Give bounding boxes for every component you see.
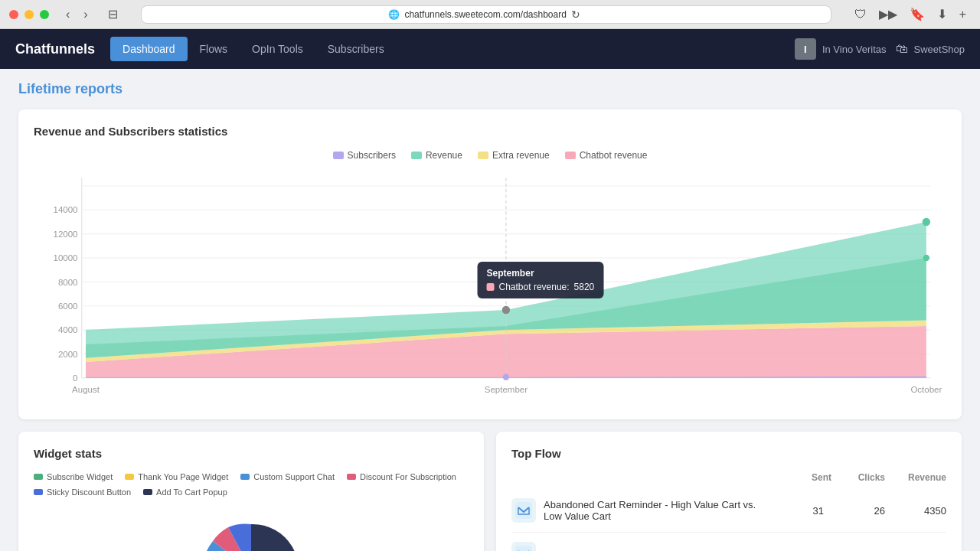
media-button[interactable]: ▶▶ xyxy=(874,5,902,23)
svg-text:October: October xyxy=(910,385,942,394)
legend-extra-revenue: Extra revenue xyxy=(478,150,550,161)
close-button[interactable] xyxy=(9,10,18,19)
wl-discount-sub-dot xyxy=(347,474,356,480)
nav-flows[interactable]: Flows xyxy=(188,37,240,61)
wl-sticky-dot xyxy=(34,489,43,495)
top-flow-card: Top Flow Sent Clicks Revenue Abandoned C… xyxy=(496,432,962,551)
wl-discount-sub: Discount For Subscription xyxy=(347,472,456,481)
wl-cart: Add To Cart Popup xyxy=(143,487,227,497)
chart-svg: 0 2000 4000 6000 8000 10000 12000 14000 xyxy=(34,170,946,402)
flow-row-1: Abandoned Cart Reminder - High Value Car… xyxy=(511,489,946,533)
add-tab-button[interactable]: + xyxy=(955,5,971,23)
download-button[interactable]: ⬇ xyxy=(933,5,952,23)
nav-subscribers[interactable]: Subscribers xyxy=(315,37,397,61)
widget-stats-title: Widget stats xyxy=(34,447,469,460)
flow-clicks-1: 26 xyxy=(831,505,885,517)
svg-text:8000: 8000 xyxy=(58,278,78,287)
end-dot-top xyxy=(923,218,930,226)
flow-icon-svg-2 xyxy=(515,546,532,551)
globe-icon: 🌐 xyxy=(388,9,400,20)
flow-row-2: Abandoned Cart Reminder - Discount 28 18… xyxy=(511,533,946,551)
refresh-button[interactable]: ↻ xyxy=(571,8,580,21)
svg-text:14000: 14000 xyxy=(54,205,78,214)
nav-dashboard[interactable]: Dashboard xyxy=(110,37,188,61)
svg-text:0: 0 xyxy=(73,373,77,383)
bookmark-button[interactable]: 🔖 xyxy=(905,5,929,23)
chart-title: Revenue and Subscribers statistics xyxy=(34,125,946,138)
september-dot xyxy=(502,306,510,314)
flow-icon-2 xyxy=(511,542,536,551)
flow-table-header: Sent Clicks Revenue xyxy=(511,472,946,483)
user-initial: I xyxy=(804,44,807,55)
main-nav: Chatfunnels Dashboard Flows OpIn Tools S… xyxy=(0,29,980,69)
wl-subscribe-dot xyxy=(34,474,43,480)
svg-text:September: September xyxy=(485,385,528,394)
legend-revenue-label: Revenue xyxy=(426,150,462,161)
end-dot-mid xyxy=(923,255,929,261)
wl-cart-dot xyxy=(143,489,152,495)
chart-legend: Subscribers Revenue Extra revenue Chatbo… xyxy=(34,150,946,161)
legend-extra-revenue-label: Extra revenue xyxy=(492,150,550,161)
legend-extra-revenue-color xyxy=(478,152,488,159)
legend-subscribers: Subscribers xyxy=(333,150,396,161)
maximize-button[interactable] xyxy=(40,10,49,19)
user-icon: I xyxy=(795,38,816,60)
url-text: chatfunnels.sweetecom.com/dashboard xyxy=(404,9,566,20)
wl-custom-support-label: Custom Support Chat xyxy=(253,472,335,481)
widget-stats-card: Widget stats Subscribe Widget Thank You … xyxy=(18,432,484,551)
pie-chart-svg xyxy=(159,509,343,551)
wl-sticky: Sticky Discount Button xyxy=(34,487,131,497)
address-bar[interactable]: 🌐 chatfunnels.sweetecom.com/dashboard ↻ xyxy=(141,5,831,24)
flow-sent-1: 31 xyxy=(770,505,824,517)
store-name: SweetShop xyxy=(914,44,965,55)
col-clicks: Clicks xyxy=(831,472,885,483)
widget-legend: Subscribe Widget Thank You Page Widget C… xyxy=(34,472,469,497)
legend-subscribers-color xyxy=(333,152,344,159)
wl-thankyou-dot xyxy=(125,474,134,480)
legend-revenue-color xyxy=(411,152,422,159)
svg-text:10000: 10000 xyxy=(54,253,78,262)
flow-icon-svg-1 xyxy=(515,502,532,519)
chart-container: 0 2000 4000 6000 8000 10000 12000 14000 xyxy=(34,170,946,404)
pie-container xyxy=(34,509,469,551)
legend-subscribers-label: Subscribers xyxy=(348,150,396,161)
store-bag-icon: 🛍 xyxy=(896,42,908,56)
wl-subscribe-label: Subscribe Widget xyxy=(47,472,113,481)
col-sent: Sent xyxy=(778,472,831,483)
flow-name-1: Abandoned Cart Reminder - High Value Car… xyxy=(544,499,763,522)
page-content: Lifetime reports Revenue and Subscribers… xyxy=(0,69,980,551)
flow-icon-1 xyxy=(511,498,536,523)
mac-nav: ‹ › xyxy=(61,6,93,23)
wl-thankyou-label: Thank You Page Widget xyxy=(138,472,228,481)
sidebar-toggle-button[interactable]: ⊟ xyxy=(103,5,122,23)
page-title: Lifetime reports xyxy=(18,81,962,97)
wl-subscribe: Subscribe Widget xyxy=(34,472,113,481)
svg-text:6000: 6000 xyxy=(58,302,78,311)
top-flow-title: Top Flow xyxy=(511,447,946,460)
wl-custom-support-dot xyxy=(240,474,250,480)
store-info: 🛍 SweetShop xyxy=(896,42,965,56)
legend-revenue: Revenue xyxy=(411,150,462,161)
forward-button[interactable]: › xyxy=(79,6,92,23)
wl-cart-label: Add To Cart Popup xyxy=(156,487,227,497)
legend-chatbot-revenue-color xyxy=(565,152,576,159)
flow-revenue-1: 4350 xyxy=(893,505,946,517)
back-button[interactable]: ‹ xyxy=(61,6,74,23)
svg-text:12000: 12000 xyxy=(54,230,78,239)
mac-action-buttons: 🛡 ▶▶ 🔖 ⬇ + xyxy=(850,5,971,23)
svg-text:4000: 4000 xyxy=(58,325,78,334)
wl-discount-sub-label: Discount For Subscription xyxy=(360,472,456,481)
svg-rect-23 xyxy=(515,546,532,551)
wl-thankyou: Thank You Page Widget xyxy=(125,472,228,481)
minimize-button[interactable] xyxy=(24,10,34,19)
extensions-button[interactable]: 🛡 xyxy=(850,5,871,23)
nav-optin-tools[interactable]: OpIn Tools xyxy=(240,37,315,61)
nav-right: I In Vino Veritas 🛍 SweetShop xyxy=(795,38,965,60)
bottom-row: Widget stats Subscribe Widget Thank You … xyxy=(18,432,962,551)
svg-text:2000: 2000 xyxy=(58,350,78,359)
pie-cart xyxy=(251,524,299,551)
user-store: I In Vino Veritas xyxy=(795,38,887,60)
mac-window-chrome: ‹ › ⊟ 🌐 chatfunnels.sweetecom.com/dashbo… xyxy=(0,0,980,29)
col-revenue: Revenue xyxy=(885,472,946,483)
legend-chatbot-revenue-label: Chatbot revenue xyxy=(580,150,648,161)
